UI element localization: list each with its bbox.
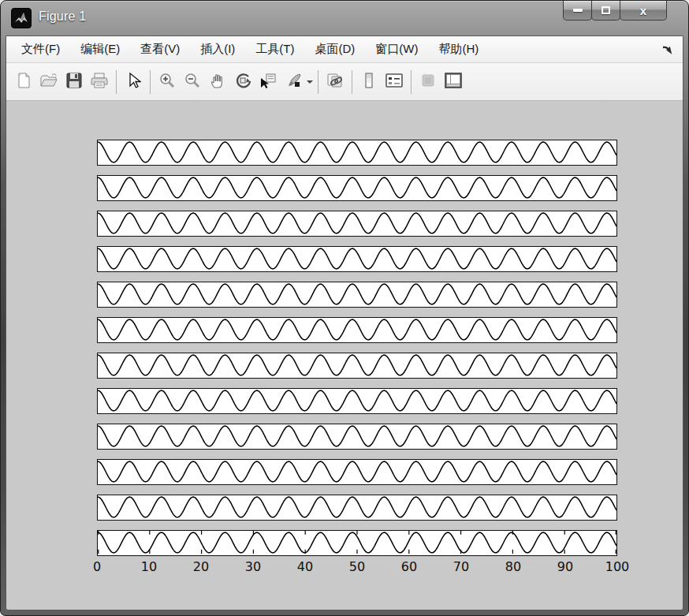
client-area: 文件(F)编辑(E)查看(V)插入(I)工具(T)桌面(D)窗口(W)帮助(H)… [6, 35, 683, 610]
menu-item-window[interactable]: 窗口(W) [365, 39, 428, 60]
minimize-icon [573, 9, 583, 12]
insert-colorbar-button[interactable] [356, 69, 382, 95]
hand-icon [209, 72, 226, 92]
dock-figure-arrow-icon[interactable] [661, 43, 675, 57]
x-tick-label-90: 90 [557, 559, 573, 574]
strip-subplot-2 [97, 175, 617, 201]
toolbar-separator [352, 70, 352, 94]
print-figure-button[interactable] [87, 69, 112, 95]
x-tick-label-100: 100 [605, 559, 630, 574]
strip-subplot-3 [97, 211, 617, 237]
menu-item-tools[interactable]: 工具(T) [245, 39, 304, 60]
insert-legend-button[interactable] [382, 69, 407, 95]
zoom-out-button[interactable] [180, 69, 205, 95]
strip-subplot-9 [97, 424, 617, 450]
save-figure-button[interactable] [61, 69, 87, 95]
zoom-in-button[interactable] [155, 69, 180, 95]
menu-item-help[interactable]: 帮助(H) [428, 39, 489, 60]
x-tick-label-50: 50 [349, 559, 365, 574]
strip-subplot-8 [97, 388, 617, 414]
x-tick-label-60: 60 [401, 559, 417, 574]
strip-subplot-4 [97, 246, 617, 272]
print-icon [90, 72, 109, 92]
toolbar-separator [116, 70, 117, 94]
hide-plot-tools-button [415, 69, 441, 95]
x-tick-label-10: 10 [141, 559, 157, 574]
matlab-logo-icon [11, 8, 32, 28]
toolbar-separator [150, 70, 151, 94]
save-floppy-icon [65, 72, 83, 92]
open-folder-icon [39, 72, 58, 92]
zoom-in-icon [158, 72, 176, 92]
x-tick-label-40: 40 [297, 559, 313, 574]
minimize-button[interactable] [563, 1, 592, 21]
new-file-icon [15, 72, 32, 92]
brush-data-button[interactable] [281, 69, 306, 95]
x-tick-label-70: 70 [453, 559, 469, 574]
x-axis-tick-labels: 0102030405060708090100 [97, 559, 617, 577]
data-cursor-icon [259, 72, 277, 92]
close-icon: x [640, 5, 646, 17]
figure-canvas: 0102030405060708090100 [6, 101, 683, 610]
brush-data-dropdown-caret[interactable] [306, 69, 314, 95]
data-cursor-button[interactable] [255, 69, 281, 95]
brush-icon [285, 72, 302, 92]
maximize-icon [601, 6, 610, 14]
strip-subplot-7 [97, 353, 617, 379]
window-title: Figure 1 [39, 9, 86, 24]
pan-button[interactable] [205, 69, 230, 95]
x-tick-label-80: 80 [505, 559, 521, 574]
show-plot-tools-icon [444, 72, 463, 92]
x-tick-label-30: 30 [245, 559, 261, 574]
show-plot-tools-dock-button[interactable] [441, 69, 466, 95]
x-tick-label-20: 20 [193, 559, 209, 574]
strip-subplot-10 [97, 459, 617, 485]
hide-plot-tools-icon [420, 73, 436, 91]
zoom-out-icon [184, 72, 201, 92]
window-controls: x [564, 1, 667, 21]
toolbar-separator [411, 70, 412, 94]
figure-window: Figure 1 x 文件(F)编辑(E)查看(V)插入(I)工具(T)桌面(D… [0, 0, 689, 616]
colorbar-icon [362, 72, 376, 92]
close-button[interactable]: x [620, 1, 667, 21]
strip-subplot-12 [97, 530, 617, 556]
maximize-button[interactable] [591, 1, 620, 21]
strip-subplot-11 [97, 495, 617, 521]
menu-item-insert[interactable]: 插入(I) [190, 39, 245, 60]
strip-subplot-1 [97, 140, 617, 166]
toolbar-separator [318, 70, 318, 94]
menu-item-edit[interactable]: 编辑(E) [70, 39, 130, 60]
link-plot-icon [326, 72, 344, 92]
cursor-arrow-icon [125, 72, 141, 92]
toolbar [6, 63, 683, 101]
menu-bar: 文件(F)编辑(E)查看(V)插入(I)工具(T)桌面(D)窗口(W)帮助(H) [6, 36, 683, 63]
strip-subplot-5 [97, 282, 617, 308]
open-file-button[interactable] [36, 69, 61, 95]
titlebar[interactable]: Figure 1 x [1, 1, 688, 35]
menu-item-desktop[interactable]: 桌面(D) [304, 39, 365, 60]
strip-subplot-6 [97, 317, 617, 343]
new-figure-button[interactable] [11, 69, 36, 95]
legend-icon [385, 72, 404, 92]
link-plot-button[interactable] [322, 69, 348, 95]
menu-item-file[interactable]: 文件(F) [11, 39, 70, 60]
x-tick-label-0: 0 [93, 559, 101, 574]
menu-item-view[interactable]: 查看(V) [130, 39, 190, 60]
rotate-3d-icon [234, 72, 251, 92]
edit-plot-button[interactable] [121, 69, 146, 95]
rotate-3d-button[interactable] [230, 69, 255, 95]
